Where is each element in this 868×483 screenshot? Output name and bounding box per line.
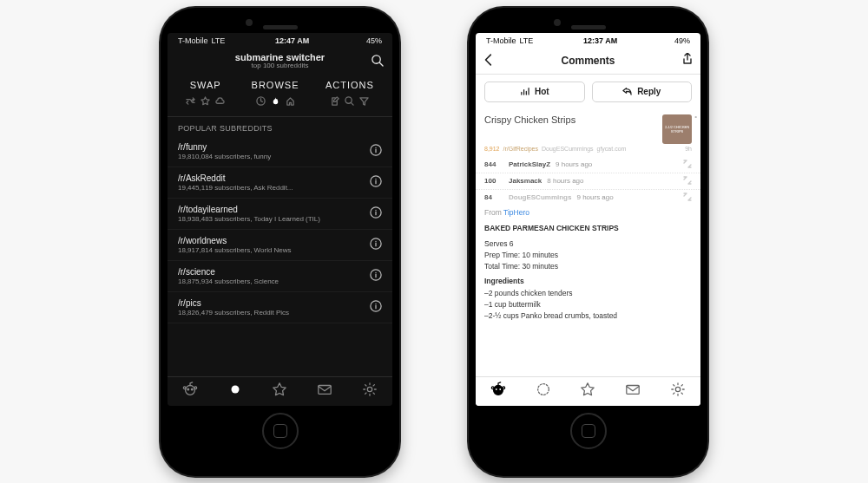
star-icon (201, 94, 210, 109)
search-small-icon (345, 94, 354, 109)
comment-age: 8 hours ago (547, 177, 583, 185)
post-age: 9h (685, 146, 692, 152)
item-meta: 19,810,084 subscribers, funny (178, 153, 271, 160)
comment-expanded-head[interactable]: 84DougESCummings9 hours ago (476, 190, 700, 206)
post-author[interactable]: DougESCummings (542, 146, 594, 152)
expand-icon[interactable] (683, 193, 692, 203)
screen-light: T-Mobile LTE 12:37 AM 49% Comments Hot (476, 33, 700, 406)
clock-icon (256, 94, 266, 109)
tab-mail-icon[interactable] (317, 382, 332, 401)
list-item[interactable]: /r/AskReddit19,445,119 subscribers, Ask … (168, 167, 392, 199)
info-icon[interactable] (370, 238, 382, 253)
svg-rect-27 (627, 386, 639, 395)
home-button[interactable] (476, 413, 700, 449)
info-icon[interactable] (370, 300, 382, 316)
ingredients-header: Ingredients (484, 276, 692, 287)
svg-point-16 (231, 386, 239, 394)
post-score: 8,912 (484, 146, 500, 152)
flame-icon (271, 94, 280, 109)
carrier-label: T-Mobile (178, 36, 208, 45)
clock: 12:47 AM (275, 36, 309, 45)
from-label: From (484, 208, 503, 217)
ingredient-line: –1 cup buttermilk (484, 299, 692, 310)
screen-dark: T-Mobile LTE 12:47 AM 45% submarine swit… (168, 33, 392, 406)
svg-rect-17 (319, 386, 331, 395)
home-button[interactable] (168, 413, 392, 449)
pill-label: Hot (535, 87, 549, 96)
tab-star-icon[interactable] (580, 382, 595, 401)
post-header[interactable]: Crispy Chicken Strips 2-1/2 CHICKEN STRI… (476, 109, 700, 146)
tab-dot-icon[interactable] (227, 382, 243, 401)
post-subreddit[interactable]: /r/GifRecipes (503, 146, 538, 152)
header: Comments (476, 49, 700, 75)
search-icon[interactable] (371, 54, 384, 70)
expand-icon[interactable] (683, 176, 692, 186)
recipe-title: BAKED PARMESAN CHICKEN STRIPS (484, 223, 692, 234)
svg-point-11 (185, 386, 194, 395)
svg-point-23 (499, 388, 501, 390)
phone-frame-right: T-Mobile LTE 12:37 AM 49% Comments Hot (469, 8, 707, 476)
item-meta: 18,826,479 subscribers, Reddit Pics (178, 309, 289, 317)
tab-swap[interactable]: SWAP (186, 80, 225, 109)
info-icon[interactable] (370, 144, 382, 160)
tab-gear-icon[interactable] (362, 382, 378, 401)
recipe-total: Total Time: 30 minutes (484, 261, 692, 272)
home-icon (286, 94, 295, 109)
tab-alien-icon[interactable] (182, 382, 198, 401)
svg-point-28 (675, 387, 680, 391)
svg-point-12 (187, 388, 189, 390)
svg-point-15 (194, 387, 197, 389)
filter-icon (359, 94, 369, 109)
battery-label: 45% (366, 36, 382, 45)
clock: 12:37 AM (583, 36, 617, 45)
info-icon[interactable] (370, 206, 382, 222)
reply-button[interactable]: Reply (592, 82, 693, 102)
svg-point-21 (493, 386, 503, 395)
page-subtitle: top 100 subreddits (235, 62, 325, 70)
comment-collapsed[interactable]: 844PatrickSlayZ9 hours ago (476, 157, 700, 173)
list-item[interactable]: /r/funny19,810,084 subscribers, funny (168, 136, 392, 167)
subreddit-list: /r/funny19,810,084 subscribers, funny /r… (168, 136, 392, 323)
post-thumbnail[interactable]: 2-1/2 CHICKEN STRIPS (662, 114, 692, 144)
share-button[interactable] (681, 53, 694, 69)
tab-star-icon[interactable] (272, 382, 287, 401)
action-tabs: SWAP BROWSE ACTIONS (168, 76, 392, 117)
svg-point-25 (503, 387, 505, 389)
tab-bar (168, 376, 392, 406)
svg-point-2 (372, 55, 380, 62)
list-item[interactable]: /r/worldnews18,917,814 subscribers, Worl… (168, 230, 392, 261)
comment-age: 9 hours ago (556, 160, 592, 168)
item-name: /r/pics (178, 298, 289, 308)
item-name: /r/funny (178, 142, 271, 152)
recipe-prep: Prep Time: 10 minutes (484, 250, 692, 261)
section-header: POPULAR SUBREDDITS (168, 117, 392, 136)
list-item[interactable]: /r/pics18,826,479 subscribers, Reddit Pi… (168, 292, 392, 323)
page-title: Comments (561, 55, 615, 67)
sort-hot-button[interactable]: Hot (484, 82, 585, 102)
item-meta: 19,445,119 subscribers, Ask Reddit... (178, 184, 293, 192)
list-item[interactable]: /r/todayilearned18,938,483 subscribers, … (168, 199, 392, 230)
comment-score: 844 (484, 160, 503, 168)
svg-point-18 (367, 387, 372, 391)
expand-icon[interactable] (683, 160, 692, 170)
tab-browse[interactable]: BROWSE (252, 80, 299, 109)
reply-icon (622, 86, 632, 97)
comment-collapsed[interactable]: 100Jaksmack8 hours ago (476, 173, 700, 190)
svg-point-26 (537, 384, 549, 395)
tab-circle-icon[interactable] (536, 382, 551, 401)
back-button[interactable] (483, 54, 495, 69)
comment-user: DougESCummings (509, 193, 571, 201)
list-item[interactable]: /r/science18,875,934 subscribers, Scienc… (168, 261, 392, 292)
from-link[interactable]: TipHero (503, 208, 529, 217)
tab-gear-icon[interactable] (670, 382, 686, 401)
tab-actions[interactable]: ACTIONS (326, 80, 374, 109)
tab-label: ACTIONS (326, 80, 374, 90)
ingredient-line: –2-½ cups Panko bread crumbs, toasted (484, 310, 692, 322)
tab-alien-icon[interactable] (490, 382, 506, 401)
tab-mail-icon[interactable] (625, 382, 641, 401)
info-icon[interactable] (370, 175, 382, 191)
network-label: LTE (520, 36, 534, 45)
post-title: Crispy Chicken Strips (484, 114, 575, 144)
info-icon[interactable] (370, 269, 382, 284)
item-meta: 18,917,814 subscribers, World News (178, 246, 292, 254)
